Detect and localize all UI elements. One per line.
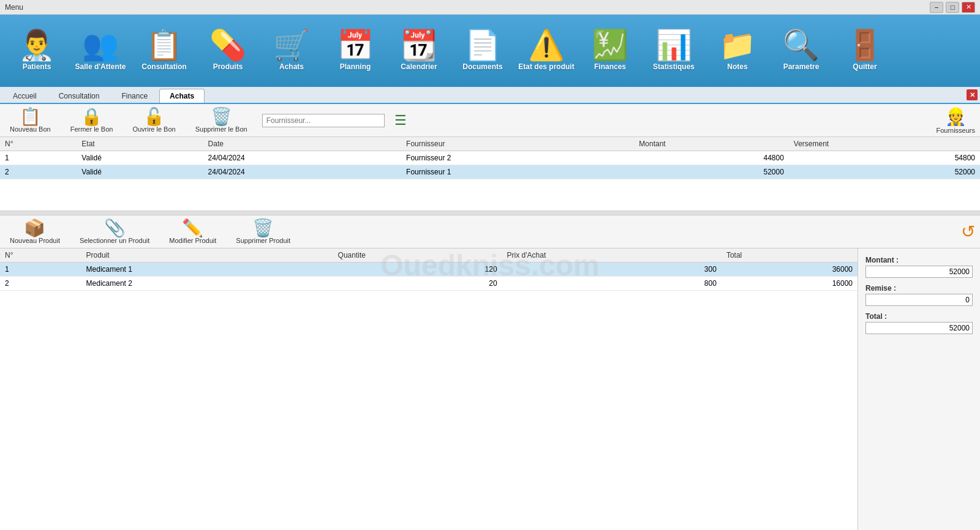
product-table-container: N°ProduitQuantitePrix d'AchatTotal 1Medi…: [0, 248, 858, 530]
product-table-row[interactable]: 2Medicament 22080016000: [0, 277, 858, 291]
nav-item-parametre[interactable]: 🔍 Parametre: [771, 17, 832, 84]
window-title: Menu: [5, 3, 23, 12]
nav-icon-calendrier: 📆: [401, 31, 437, 60]
bon-cell-n-: 2: [0, 165, 77, 179]
fermer-bon-button[interactable]: 🔒 Fermer le Bon: [66, 107, 118, 134]
bon-col-versement: Versement: [789, 137, 980, 151]
bon-col-n-: N°: [0, 137, 77, 151]
product-cell-n-: 2: [0, 277, 81, 291]
nav-icon-statistiques: 📊: [655, 31, 692, 60]
nav-item-planning[interactable]: 📅 Planning: [325, 17, 386, 84]
montant-input[interactable]: [865, 266, 973, 278]
supprimer-produit-button[interactable]: 🗑️ Supprimer Produit: [231, 218, 295, 245]
selectionner-produit-button[interactable]: 📎 Selectionner un Produit: [75, 218, 154, 245]
nav-item-consultation[interactable]: 📋 Consultation: [134, 17, 195, 84]
nav-label-patients: Patients: [23, 62, 51, 71]
tab-consultation[interactable]: Consultation: [48, 89, 110, 103]
nav-label-documents: Documents: [462, 62, 502, 71]
bon-cell-fournisseur: Fournisseur 2: [401, 151, 634, 165]
bon-table-container: N°EtatDateFournisseurMontantVersement 1V…: [0, 137, 980, 211]
minimize-button[interactable]: −: [930, 2, 943, 13]
title-bar: Menu − □ ✕: [0, 0, 980, 15]
nav-item-quitter[interactable]: 🚪 Quitter: [834, 17, 895, 84]
bottom-toolbar: 📦 Nouveau Produit 📎 Selectionner un Prod…: [0, 215, 980, 248]
total-input[interactable]: [865, 322, 973, 334]
tab-close-button[interactable]: ✕: [967, 89, 978, 100]
restore-button[interactable]: □: [946, 2, 959, 13]
product-col-total: Total: [722, 248, 858, 263]
tab-achats[interactable]: Achats: [159, 89, 205, 103]
grid-icon[interactable]: ☰: [394, 113, 407, 129]
nav-icon-finances: 💹: [592, 31, 628, 60]
bon-col-date: Date: [203, 137, 402, 151]
bon-cell-n-: 1: [0, 151, 77, 165]
nav-label-salle-attente: Salle d'Attente: [75, 62, 126, 71]
tab-accueil[interactable]: Accueil: [2, 89, 47, 103]
nav-item-finances[interactable]: 💹 Finances: [579, 17, 641, 84]
product-col-produit: Produit: [81, 248, 333, 263]
nouveau-bon-button[interactable]: 📋 Nouveau Bon: [5, 107, 56, 134]
product-col-prix-d-achat: Prix d'Achat: [502, 248, 722, 263]
nav-item-statistiques[interactable]: 📊 Statistiques: [643, 17, 704, 84]
nav-item-produits[interactable]: 💊 Produits: [197, 17, 258, 84]
product-cell-produit: Medicament 1: [81, 263, 333, 277]
supprimer-bon-button[interactable]: 🗑️ Supprimer le Bon: [190, 107, 252, 134]
bon-table-row[interactable]: 2Validé24/04/2024Fournisseur 15200052000: [0, 165, 980, 179]
bottom-section: N°ProduitQuantitePrix d'AchatTotal 1Medi…: [0, 248, 980, 530]
nav-icon-etat-produit: ⚠️: [528, 31, 565, 60]
window-controls: − □ ✕: [930, 2, 975, 13]
fournisseur-search-input[interactable]: [262, 114, 385, 127]
nav-icon-planning: 📅: [337, 31, 374, 60]
modifier-produit-icon: ✏️: [182, 220, 203, 237]
nouveau-produit-button[interactable]: 📦 Nouveau Produit: [5, 218, 65, 245]
nav-item-etat-produit[interactable]: ⚠️ Etat des produit: [516, 17, 577, 84]
bon-cell-montant: 44800: [634, 151, 789, 165]
nav-item-notes[interactable]: 📁 Notes: [707, 17, 768, 84]
ouvrir-bon-button[interactable]: 🔓 Ouvrire le Bon: [127, 107, 180, 134]
fournisseurs-button[interactable]: 👷 Fournisseurs: [936, 106, 975, 134]
modifier-produit-button[interactable]: ✏️ Modifier Produit: [164, 218, 221, 245]
nav-item-achats[interactable]: 🛒 Achats: [261, 17, 322, 84]
nouveau-produit-icon: 📦: [24, 220, 45, 237]
bon-col-etat: Etat: [77, 137, 203, 151]
montant-label: Montant :: [865, 256, 973, 264]
bon-cell-versement: 52000: [789, 165, 980, 179]
supprimer-produit-icon: 🗑️: [252, 220, 274, 237]
product-table: N°ProduitQuantitePrix d'AchatTotal 1Medi…: [0, 248, 858, 291]
section-divider: [0, 211, 980, 215]
product-cell-total: 16000: [722, 277, 858, 291]
remise-input[interactable]: [865, 294, 973, 306]
tab-finance[interactable]: Finance: [111, 89, 158, 103]
bon-cell-etat: Validé: [77, 165, 203, 179]
bon-table-row[interactable]: 1Validé24/04/2024Fournisseur 24480054800: [0, 151, 980, 165]
bon-col-montant: Montant: [634, 137, 789, 151]
nav-icon-salle-attente: 👥: [82, 31, 119, 60]
bon-table-header: N°EtatDateFournisseurMontantVersement: [0, 137, 980, 151]
nav-label-parametre: Parametre: [783, 62, 820, 71]
nav-icon-notes: 📁: [719, 31, 756, 60]
nav-item-salle-attente[interactable]: 👥 Salle d'Attente: [70, 17, 131, 84]
nav-item-calendrier[interactable]: 📆 Calendrier: [388, 17, 450, 84]
nav-label-statistiques: Statistiques: [653, 62, 695, 71]
nav-label-finances: Finances: [594, 62, 626, 71]
nav-icon-produits: 💊: [209, 31, 246, 60]
refresh-button[interactable]: ↺: [961, 222, 975, 242]
nav-label-calendrier: Calendrier: [401, 62, 437, 71]
tabs-bar: AccueilConsultationFinanceAchats✕: [0, 87, 980, 104]
nav-label-produits: Produits: [213, 62, 243, 71]
product-cell-prix-d-achat: 800: [502, 277, 722, 291]
product-cell-quantite: 120: [333, 263, 502, 277]
bon-col-fournisseur: Fournisseur: [401, 137, 634, 151]
nav-item-patients[interactable]: 👨‍⚕️ Patients: [6, 17, 67, 84]
bon-cell-versement: 54800: [789, 151, 980, 165]
top-toolbar: 📋 Nouveau Bon 🔒 Fermer le Bon 🔓 Ouvrire …: [0, 104, 980, 137]
bon-cell-fournisseur: Fournisseur 1: [401, 165, 634, 179]
close-button[interactable]: ✕: [962, 2, 975, 13]
bon-cell-etat: Validé: [77, 151, 203, 165]
product-table-row[interactable]: 1Medicament 112030036000: [0, 263, 858, 277]
nav-item-documents[interactable]: 📄 Documents: [452, 17, 513, 84]
bon-cell-date: 24/04/2024: [203, 165, 402, 179]
fournisseurs-icon: 👷: [945, 106, 967, 127]
total-label: Total :: [865, 312, 973, 321]
nouveau-bon-icon: 📋: [20, 108, 41, 125]
